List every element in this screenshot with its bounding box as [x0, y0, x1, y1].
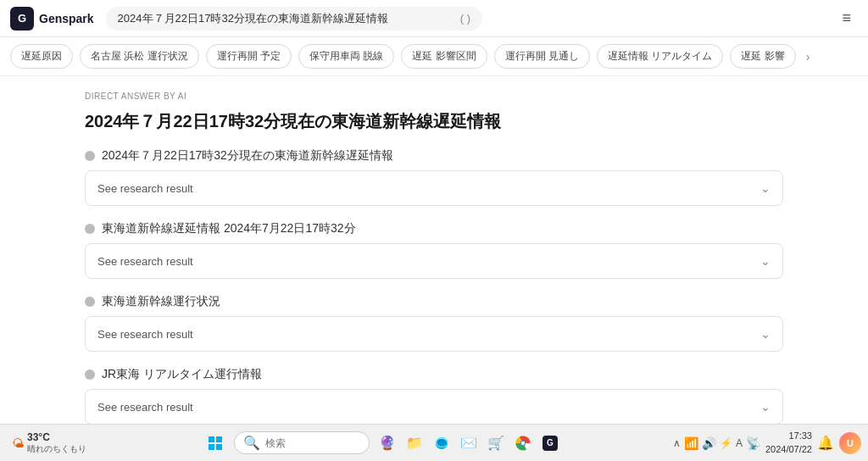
windows-button[interactable] [202, 430, 229, 457]
taskbar-search[interactable]: 🔍 [234, 431, 370, 454]
sound-icon[interactable]: 🔊 [702, 436, 716, 450]
main-title: 2024年７月22日17時32分現在の東海道新幹線遅延情報 [85, 109, 783, 133]
chip-0[interactable]: 遅延原因 [10, 44, 73, 69]
taskbar-center: 🔍 🔮 📁 ✉️ 🛒 [202, 430, 563, 457]
section-header-2: 東海道新幹線運行状況 [85, 294, 783, 309]
result-box-text-2: See research result [97, 328, 193, 341]
taskbar-right: ∧ 📶 🔊 ⚡ A 📡 17:33 2024/07/22 🔔 U [673, 430, 861, 456]
section-header-1: 東海道新幹線遅延情報 2024年7月22日17時32分 [85, 221, 783, 236]
section-dot-0 [85, 151, 95, 161]
section-title-2: 東海道新幹線運行状況 [102, 294, 220, 309]
section-dot-2 [85, 297, 95, 307]
weather-widget[interactable]: 🌤 33°C 晴れのちくもり [7, 430, 92, 457]
edge-icon [434, 436, 449, 451]
section-item-0: 2024年７月22日17時32分現在の東海道新幹線遅延情報 See resear… [85, 148, 783, 206]
menu-icon[interactable]: ≡ [836, 6, 859, 31]
taskbar-app-mail[interactable]: ✉️ [456, 430, 481, 456]
result-box-2[interactable]: See research result ⌄ [85, 316, 783, 352]
main-content: DIRECT ANSWER BY AI 2024年７月22日17時32分現在の東… [0, 76, 868, 424]
chips-arrow[interactable]: › [806, 50, 810, 64]
taskbar: 🌤 33°C 晴れのちくもり 🔍 🔮 📁 [0, 424, 868, 461]
section-dot-3 [85, 369, 95, 380]
taskbar-search-input[interactable] [265, 437, 350, 449]
section-item-2: 東海道新幹線運行状況 See research result ⌄ [85, 294, 783, 352]
result-box-text-3: See research result [97, 401, 193, 414]
weather-temp: 33°C [27, 431, 86, 443]
keyboard-icon[interactable]: A [736, 437, 743, 449]
sys-icons: ∧ 📶 🔊 ⚡ A 📡 [673, 436, 760, 450]
section-item-1: 東海道新幹線遅延情報 2024年7月22日17時32分 See research… [85, 221, 783, 279]
chips-row: 遅延原因 名古屋 浜松 運行状況 運行再開 予定 保守用車両 脱線 遅延 影響区… [0, 37, 868, 76]
search-bar-icons: ( ) [460, 12, 470, 25]
clock[interactable]: 17:33 2024/07/22 [765, 430, 812, 456]
chevron-down-icon-3: ⌄ [760, 400, 771, 414]
section-title-3: JR東海 リアルタイム運行情報 [102, 367, 262, 382]
result-box-1[interactable]: See research result ⌄ [85, 243, 783, 279]
logo-text: Genspark [39, 12, 94, 25]
taskbar-apps: 🔮 📁 ✉️ 🛒 [375, 430, 563, 456]
network-icon[interactable]: 📶 [684, 436, 698, 450]
svg-rect-1 [216, 436, 222, 442]
section-header-3: JR東海 リアルタイム運行情報 [85, 367, 783, 382]
profile-icon[interactable]: U [839, 432, 861, 454]
svg-rect-3 [216, 444, 222, 450]
section-header-0: 2024年７月22日17時32分現在の東海道新幹線遅延情報 [85, 148, 783, 164]
result-box-text-0: See research result [97, 182, 193, 195]
battery-icon[interactable]: ⚡ [720, 437, 732, 449]
svg-rect-0 [209, 436, 214, 442]
logo-icon: G [10, 7, 34, 31]
chip-5[interactable]: 運行再開 見通し [494, 44, 590, 69]
chevron-down-icon-0: ⌄ [760, 181, 771, 195]
section-item-3: JR東海 リアルタイム運行情報 See research result ⌄ [85, 367, 783, 424]
clock-time: 17:33 [765, 430, 812, 442]
windows-icon [209, 436, 222, 450]
section-title-1: 東海道新幹線遅延情報 2024年7月22日17時32分 [102, 221, 356, 236]
chevron-down-icon-2: ⌄ [760, 327, 771, 341]
result-box-text-1: See research result [97, 255, 193, 268]
chip-4[interactable]: 遅延 影響区間 [401, 44, 487, 69]
weather-icon: 🌤 [12, 436, 24, 450]
section-title-0: 2024年７月22日17時32分現在の東海道新幹線遅延情報 [102, 148, 393, 164]
taskbar-left: 🌤 33°C 晴れのちくもり [7, 430, 92, 457]
taskbar-app-chrome[interactable] [510, 430, 536, 456]
chrome-icon [515, 436, 531, 451]
taskbar-app-cortana[interactable]: 🔮 [375, 430, 400, 456]
search-bar[interactable]: 2024年７月22日17時32分現在の東海道新幹線遅延情報 ( ) [106, 7, 482, 31]
taskbar-app-genspark[interactable]: G [537, 430, 563, 456]
svg-rect-2 [209, 444, 214, 450]
search-query-text: 2024年７月22日17時32分現在の東海道新幹線遅延情報 [118, 11, 453, 26]
direct-answer-label: DIRECT ANSWER BY AI [85, 92, 783, 101]
notification-icon[interactable]: 🔔 [817, 435, 834, 451]
chip-7[interactable]: 遅延 影響 [730, 44, 795, 69]
svg-point-7 [521, 441, 525, 444]
top-bar: G Genspark 2024年７月22日17時32分現在の東海道新幹線遅延情報… [0, 0, 868, 37]
clock-date: 2024/07/22 [765, 443, 812, 456]
taskbar-search-icon: 🔍 [243, 435, 260, 451]
chip-2[interactable]: 運行再開 予定 [206, 44, 292, 69]
chevron-down-icon-1: ⌄ [760, 254, 771, 268]
weather-desc: 晴れのちくもり [27, 443, 86, 455]
chip-6[interactable]: 遅延情報 リアルタイム [597, 44, 723, 69]
chip-3[interactable]: 保守用車両 脱線 [298, 44, 394, 69]
taskbar-app-files[interactable]: 📁 [402, 430, 427, 456]
section-dot-1 [85, 224, 95, 234]
chevron-up-icon[interactable]: ∧ [673, 437, 681, 449]
wifi-icon[interactable]: 📡 [746, 436, 760, 450]
result-box-0[interactable]: See research result ⌄ [85, 170, 783, 206]
chip-1[interactable]: 名古屋 浜松 運行状況 [80, 44, 199, 69]
result-box-3[interactable]: See research result ⌄ [85, 389, 783, 424]
taskbar-app-edge[interactable] [429, 430, 454, 456]
logo-area: G Genspark [10, 7, 94, 31]
taskbar-app-store[interactable]: 🛒 [483, 430, 509, 456]
